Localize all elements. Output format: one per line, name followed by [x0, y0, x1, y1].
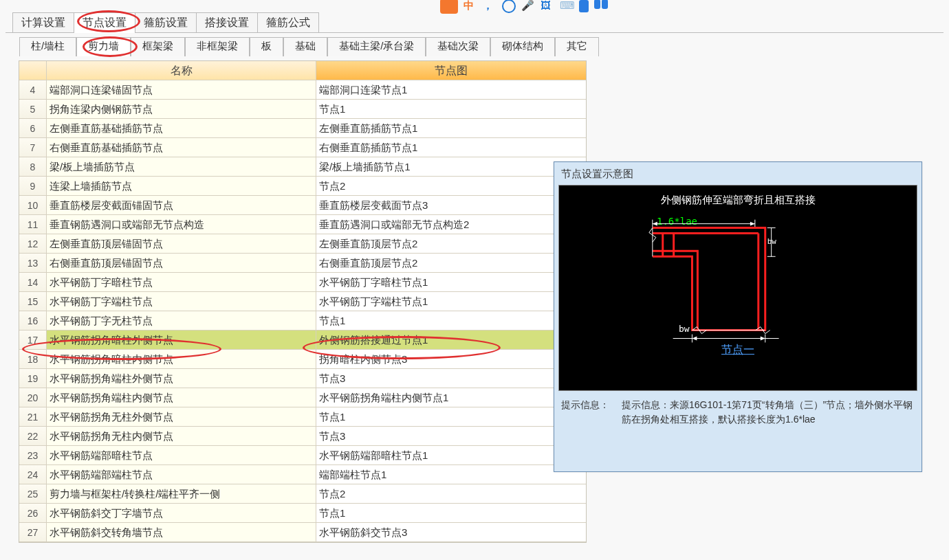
row-diagram[interactable]: 节点2 — [316, 484, 586, 503]
row-name[interactable]: 右侧垂直筋顶层锚固节点 — [47, 254, 316, 272]
row-name[interactable]: 水平钢筋丁字无柱节点 — [47, 311, 316, 330]
settings-tab-3[interactable]: 搭接设置 — [196, 12, 258, 33]
table-row[interactable]: 24水平钢筋端部端柱节点端部端柱节点1 — [19, 465, 586, 484]
category-tab-8[interactable]: 砌体结构 — [490, 37, 555, 56]
category-tab-6[interactable]: 基础主梁/承台梁 — [327, 37, 426, 56]
table-row[interactable]: 9连梁上墙插筋节点节点2 — [19, 177, 586, 196]
table-row[interactable]: 10垂直筋楼层变截面锚固节点垂直筋楼层变截面节点3 — [19, 196, 586, 215]
row-diagram[interactable]: 水平钢筋丁字暗柱节点1 — [316, 273, 586, 291]
row-name[interactable]: 右侧垂直筋基础插筋节点 — [47, 138, 316, 157]
table-row[interactable]: 6左侧垂直筋基础插筋节点左侧垂直筋插筋节点1 — [19, 119, 586, 138]
row-diagram[interactable]: 左侧垂直筋顶层节点2 — [316, 234, 586, 253]
category-tab-3[interactable]: 非框架梁 — [185, 37, 250, 56]
table-row[interactable]: 17水平钢筋拐角暗柱外侧节点外侧钢筋搭接通过节点1 — [19, 331, 586, 350]
table-row[interactable]: 11垂直钢筋遇洞口或端部无节点构造垂直筋遇洞口或端部无节点构造2 — [19, 215, 586, 234]
settings-tab-2[interactable]: 箍筋设置 — [135, 12, 197, 33]
row-diagram[interactable]: 节点3 — [316, 427, 586, 445]
category-tab-7[interactable]: 基础次梁 — [426, 37, 490, 56]
row-name[interactable]: 水平钢筋丁字端柱节点 — [47, 292, 316, 311]
table-row[interactable]: 13右侧垂直筋顶层锚固节点右侧垂直筋顶层节点2 — [19, 254, 586, 273]
row-name[interactable]: 水平钢筋丁字暗柱节点 — [47, 273, 316, 291]
row-diagram[interactable]: 水平钢筋斜交节点3 — [316, 523, 586, 541]
row-name[interactable]: 水平钢筋斜交丁字墙节点 — [47, 504, 316, 522]
row-diagram[interactable]: 梁/板上墙插筋节点1 — [316, 157, 586, 176]
row-name[interactable]: 左侧垂直筋基础插筋节点 — [47, 119, 316, 137]
preview-hint-body: 提示信息：来源16G101-1第71页“转角墙（三）”节点；墙外侧水平钢筋在拐角… — [622, 398, 915, 427]
row-name[interactable]: 垂直筋楼层变截面锚固节点 — [47, 196, 316, 214]
row-diagram[interactable]: 左侧垂直筋插筋节点1 — [316, 119, 586, 137]
row-name[interactable]: 剪力墙与框架柱/转换柱/端柱平齐一侧 — [47, 484, 316, 503]
category-tab-2[interactable]: 框架梁 — [131, 37, 185, 56]
table-row[interactable]: 21水平钢筋拐角无柱外侧节点节点1 — [19, 407, 586, 427]
row-name[interactable]: 水平钢筋端部暗柱节点 — [47, 446, 316, 464]
row-number: 16 — [19, 311, 47, 330]
table-row[interactable]: 14水平钢筋丁字暗柱节点水平钢筋丁字暗柱节点1 — [19, 273, 586, 292]
row-name[interactable]: 拐角连梁内侧钢筋节点 — [47, 100, 316, 118]
svg-text:bw: bw — [767, 237, 777, 246]
table-row[interactable]: 22水平钢筋拐角无柱内侧节点节点3 — [19, 427, 586, 446]
table-row[interactable]: 7右侧垂直筋基础插筋节点右侧垂直筋插筋节点1 — [19, 138, 586, 157]
diagram-node-link[interactable]: 节点一 — [559, 343, 917, 357]
svg-marker-18 — [692, 337, 697, 341]
row-diagram[interactable]: 节点1 — [316, 504, 586, 522]
row-diagram[interactable]: 节点2 — [316, 177, 586, 195]
table-row[interactable]: 16水平钢筋丁字无柱节点节点1 — [19, 311, 586, 331]
category-tab-4[interactable]: 板 — [250, 37, 283, 56]
row-name[interactable]: 梁/板上墙插筋节点 — [47, 157, 316, 176]
row-name[interactable]: 水平钢筋拐角端柱外侧节点 — [47, 369, 316, 388]
top-toolbar-icons: 中 ， 🎤 🖼 ⌨ — [440, 0, 608, 14]
row-name[interactable]: 水平钢筋拐角无柱内侧节点 — [47, 427, 316, 445]
category-tab-9[interactable]: 其它 — [555, 37, 599, 56]
preview-panel: 节点设置示意图 外侧钢筋伸至端部弯折且相互搭接 1.6*lae — [554, 161, 922, 472]
row-name[interactable]: 水平钢筋拐角暗柱内侧节点 — [47, 350, 316, 368]
table-row[interactable]: 25剪力墙与框架柱/转换柱/端柱平齐一侧节点2 — [19, 484, 586, 504]
row-diagram[interactable]: 节点1 — [316, 100, 586, 118]
settings-tab-1[interactable]: 节点设置 — [74, 12, 135, 33]
header-name[interactable]: 名称 — [47, 61, 316, 80]
row-name[interactable]: 连梁上墙插筋节点 — [47, 177, 316, 195]
category-tab-1[interactable]: 剪力墙 — [76, 37, 131, 56]
row-diagram[interactable]: 外侧钢筋搭接通过节点1 — [316, 331, 586, 349]
row-number: 15 — [19, 292, 47, 311]
preview-hint: 提示信息： 提示信息：来源16G101-1第71页“转角墙（三）”节点；墙外侧水… — [558, 391, 917, 429]
row-name[interactable]: 水平钢筋端部端柱节点 — [47, 465, 316, 484]
row-name[interactable]: 水平钢筋拐角无柱外侧节点 — [47, 407, 316, 426]
row-number: 19 — [19, 369, 47, 388]
category-tab-5[interactable]: 基础 — [283, 37, 327, 56]
table-row[interactable]: 8梁/板上墙插筋节点梁/板上墙插筋节点1 — [19, 157, 586, 177]
row-diagram[interactable]: 节点1 — [316, 407, 586, 426]
table-row[interactable]: 23水平钢筋端部暗柱节点水平钢筋端部暗柱节点1 — [19, 446, 586, 465]
settings-tab-4[interactable]: 箍筋公式 — [257, 12, 319, 33]
row-diagram[interactable]: 垂直筋楼层变截面节点3 — [316, 196, 586, 214]
header-diagram[interactable]: 节点图 — [316, 61, 586, 80]
row-diagram[interactable]: 端部端柱节点1 — [316, 465, 586, 484]
row-name[interactable]: 水平钢筋斜交转角墙节点 — [47, 523, 316, 541]
row-diagram[interactable]: 水平钢筋丁字端柱节点1 — [316, 292, 586, 311]
table-row[interactable]: 20水平钢筋拐角端柱内侧节点水平钢筋拐角端柱内侧节点1 — [19, 388, 586, 407]
row-name[interactable]: 左侧垂直筋顶层锚固节点 — [47, 234, 316, 253]
row-diagram[interactable]: 垂直筋遇洞口或端部无节点构造2 — [316, 215, 586, 234]
row-diagram[interactable]: 端部洞口连梁节点1 — [316, 80, 586, 99]
row-diagram[interactable]: 右侧垂直筋顶层节点2 — [316, 254, 586, 272]
row-name[interactable]: 水平钢筋拐角端柱内侧节点 — [47, 388, 316, 407]
row-diagram[interactable]: 水平钢筋拐角端柱内侧节点1 — [316, 388, 586, 407]
table-row[interactable]: 12左侧垂直筋顶层锚固节点左侧垂直筋顶层节点2 — [19, 234, 586, 254]
row-name[interactable]: 端部洞口连梁锚固节点 — [47, 80, 316, 99]
settings-tab-0[interactable]: 计算设置 — [12, 12, 74, 33]
table-row[interactable]: 4端部洞口连梁锚固节点端部洞口连梁节点1 — [19, 80, 586, 100]
row-diagram[interactable]: 拐角暗柱内侧节点3 — [316, 350, 586, 368]
table-row[interactable]: 5拐角连梁内侧钢筋节点节点1 — [19, 100, 586, 119]
table-row[interactable]: 27水平钢筋斜交转角墙节点水平钢筋斜交节点3 — [19, 523, 586, 542]
table-row[interactable]: 26水平钢筋斜交丁字墙节点节点1 — [19, 504, 586, 523]
row-diagram[interactable]: 右侧垂直筋插筋节点1 — [316, 138, 586, 157]
table-row[interactable]: 15水平钢筋丁字端柱节点水平钢筋丁字端柱节点1 — [19, 292, 586, 311]
row-number: 8 — [19, 157, 47, 176]
row-diagram[interactable]: 节点3 — [316, 369, 586, 388]
table-row[interactable]: 19水平钢筋拐角端柱外侧节点节点3 — [19, 369, 586, 388]
row-name[interactable]: 垂直钢筋遇洞口或端部无节点构造 — [47, 215, 316, 234]
row-diagram[interactable]: 水平钢筋端部暗柱节点1 — [316, 446, 586, 464]
table-row[interactable]: 18水平钢筋拐角暗柱内侧节点拐角暗柱内侧节点3 — [19, 350, 586, 369]
row-name[interactable]: 水平钢筋拐角暗柱外侧节点 — [47, 331, 316, 349]
category-tab-0[interactable]: 柱/墙柱 — [19, 37, 76, 56]
row-diagram[interactable]: 节点1 — [316, 311, 586, 330]
